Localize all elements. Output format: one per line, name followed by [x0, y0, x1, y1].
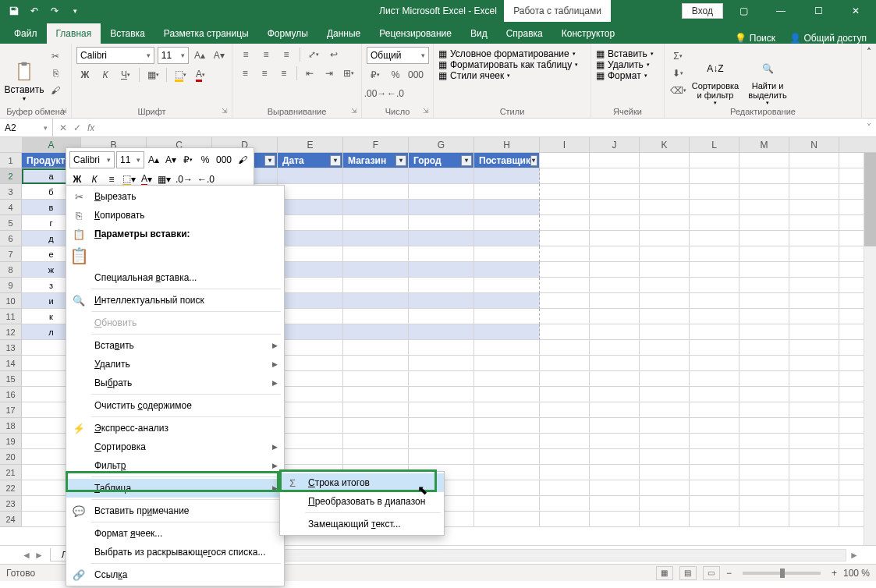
number-format-combo[interactable]: Общий▾: [367, 47, 429, 64]
cell[interactable]: [590, 449, 640, 465]
cell[interactable]: [739, 480, 789, 496]
cell[interactable]: [789, 215, 839, 231]
cell[interactable]: [590, 512, 640, 527]
ribbon-options-icon[interactable]: ▢: [726, 0, 761, 22]
find-select-button[interactable]: 🔍 Найти и выделить▾: [744, 47, 791, 115]
grow-font-button[interactable]: A▴: [192, 48, 208, 63]
submenu-item[interactable]: Преобразовать в диапазон: [280, 492, 444, 511]
cell[interactable]: [278, 387, 343, 402]
cell[interactable]: [789, 512, 839, 527]
cell[interactable]: [409, 402, 474, 418]
font-name-combo[interactable]: Calibri▾: [76, 47, 154, 64]
comma-format-button[interactable]: 000: [407, 67, 424, 83]
tab-data[interactable]: Данные: [317, 23, 370, 44]
cell[interactable]: [474, 262, 540, 278]
cell[interactable]: [409, 387, 474, 402]
wrap-text-button[interactable]: ↩: [325, 47, 342, 62]
column-header[interactable]: N: [789, 137, 839, 152]
cell[interactable]: [540, 356, 590, 371]
cell[interactable]: [640, 387, 690, 402]
cell[interactable]: [690, 496, 739, 512]
login-button[interactable]: Вход: [682, 3, 723, 19]
cell[interactable]: [409, 200, 474, 215]
cell[interactable]: [739, 278, 789, 293]
mini-percent[interactable]: %: [197, 152, 213, 168]
cell[interactable]: [540, 278, 590, 293]
cell[interactable]: [540, 200, 590, 215]
cell[interactable]: [409, 278, 474, 293]
merge-button[interactable]: ⊞▾: [340, 66, 356, 81]
copy-button[interactable]: ⎘: [47, 66, 64, 81]
column-header[interactable]: M: [739, 137, 789, 152]
enter-formula-icon[interactable]: ✓: [73, 122, 81, 133]
cell[interactable]: [739, 184, 789, 200]
cell[interactable]: [474, 356, 540, 371]
cell[interactable]: [343, 278, 409, 293]
cell[interactable]: [690, 402, 739, 418]
cell[interactable]: [739, 293, 789, 309]
cell[interactable]: [789, 278, 839, 293]
cell[interactable]: [739, 465, 789, 480]
cell[interactable]: [640, 418, 690, 434]
cell[interactable]: [739, 231, 789, 246]
cell[interactable]: [640, 480, 690, 496]
row-header[interactable]: 4: [0, 200, 22, 215]
cell[interactable]: [409, 449, 474, 465]
cell[interactable]: [739, 402, 789, 418]
cell[interactable]: Поставщик▾: [474, 153, 540, 168]
cell[interactable]: [789, 184, 839, 200]
share-button[interactable]: 👤 Общий доступ: [789, 33, 867, 44]
column-header[interactable]: G: [409, 137, 474, 152]
cell[interactable]: [343, 168, 409, 184]
row-header[interactable]: 7: [0, 246, 22, 262]
cell[interactable]: [789, 356, 839, 371]
tab-view[interactable]: Вид: [461, 23, 497, 44]
cell[interactable]: [690, 324, 739, 340]
tab-file[interactable]: Файл: [5, 23, 47, 44]
cell[interactable]: [739, 168, 789, 184]
cell[interactable]: [739, 418, 789, 434]
context-menu-item[interactable]: ✂Вырезать: [66, 187, 284, 206]
cell[interactable]: Город▾: [409, 153, 474, 168]
cell[interactable]: [789, 200, 839, 215]
cell[interactable]: [739, 371, 789, 387]
cell[interactable]: [343, 293, 409, 309]
indent-increase-button[interactable]: ⇥: [321, 66, 338, 81]
cell[interactable]: [474, 402, 540, 418]
fill-button[interactable]: ⬇▾: [669, 66, 686, 81]
cell[interactable]: [789, 402, 839, 418]
cell[interactable]: [640, 434, 690, 449]
cell[interactable]: [590, 340, 640, 356]
cell[interactable]: [474, 168, 540, 184]
percent-format-button[interactable]: %: [387, 67, 404, 83]
cell[interactable]: [640, 168, 690, 184]
cell[interactable]: [590, 356, 640, 371]
cell[interactable]: [343, 356, 409, 371]
cell[interactable]: [590, 200, 640, 215]
cell[interactable]: [640, 324, 690, 340]
mini-grow-font[interactable]: A▴: [146, 152, 161, 168]
cell[interactable]: [690, 246, 739, 262]
column-header[interactable]: H: [474, 137, 540, 152]
cell[interactable]: [640, 184, 690, 200]
context-menu-item[interactable]: 💬Вставить примечание: [66, 501, 284, 520]
cell[interactable]: [640, 371, 690, 387]
cell[interactable]: [789, 340, 839, 356]
cell[interactable]: [640, 309, 690, 324]
zoom-in-button[interactable]: +: [832, 568, 837, 579]
filter-dropdown-icon[interactable]: ▾: [330, 155, 341, 166]
cell[interactable]: [739, 434, 789, 449]
cell[interactable]: [343, 231, 409, 246]
cell[interactable]: [690, 371, 739, 387]
increase-decimal-button[interactable]: .00→: [367, 86, 384, 101]
cell[interactable]: [690, 418, 739, 434]
cell[interactable]: [278, 324, 343, 340]
cell[interactable]: [789, 449, 839, 465]
column-header[interactable]: F: [343, 137, 409, 152]
insert-cells-button[interactable]: ▦ Вставить ▾: [596, 48, 659, 59]
decrease-decimal-button[interactable]: ←.0: [387, 86, 404, 101]
cell[interactable]: [474, 418, 540, 434]
cell[interactable]: [690, 231, 739, 246]
cell[interactable]: [409, 434, 474, 449]
row-header[interactable]: 15: [0, 371, 22, 387]
